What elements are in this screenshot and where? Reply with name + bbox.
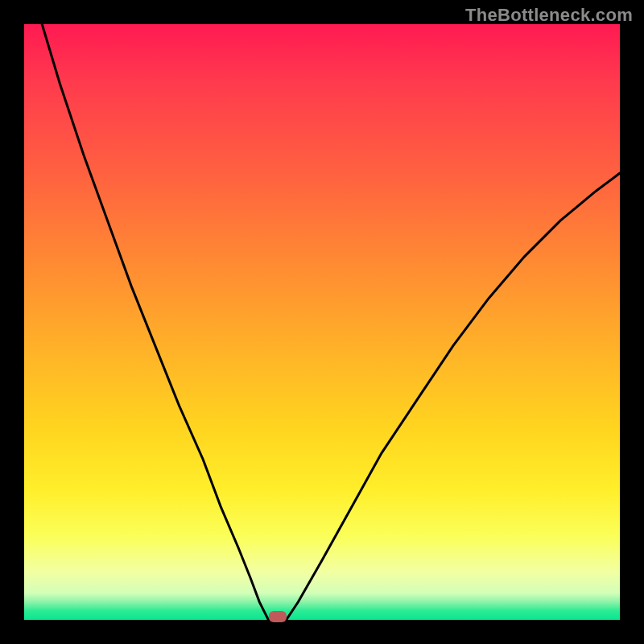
chart-frame: TheBottleneck.com [0, 0, 644, 644]
bottleneck-curve [24, 24, 620, 620]
minimum-marker [269, 611, 287, 622]
curve-left-branch [42, 24, 268, 620]
watermark-text: TheBottleneck.com [465, 5, 633, 26]
plot-area [24, 24, 620, 620]
curve-right-branch [287, 173, 620, 620]
